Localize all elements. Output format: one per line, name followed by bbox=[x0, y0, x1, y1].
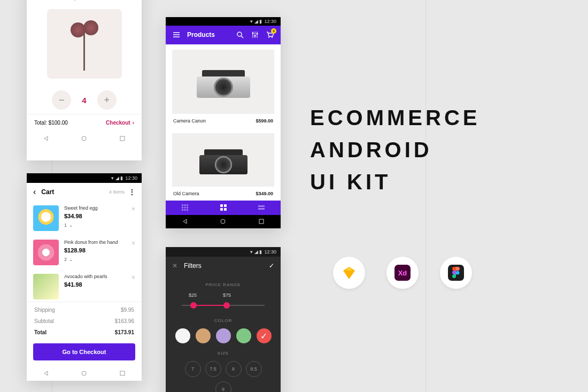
product-card[interactable]: Camera Canon$599.00 bbox=[172, 50, 274, 128]
product-name: Old Camera bbox=[173, 191, 199, 196]
color-tan[interactable] bbox=[196, 328, 211, 343]
xd-icon: Xd bbox=[386, 257, 419, 289]
svg-rect-4 bbox=[120, 136, 125, 141]
product-image bbox=[47, 9, 122, 79]
more-icon[interactable]: ⋮ bbox=[129, 188, 135, 196]
shipping-value: $9.95 bbox=[121, 307, 134, 313]
svg-rect-15 bbox=[184, 207, 185, 209]
svg-rect-17 bbox=[182, 209, 183, 211]
grid-3-tab[interactable] bbox=[166, 201, 204, 215]
svg-point-28 bbox=[82, 371, 86, 375]
remove-item-button[interactable]: × bbox=[131, 274, 135, 299]
android-nav-bar bbox=[166, 215, 281, 228]
item-price: $128.98 bbox=[64, 247, 126, 253]
item-name: Pink donut from the hand bbox=[64, 240, 126, 246]
search-icon[interactable] bbox=[236, 30, 244, 39]
android-nav-bar bbox=[27, 131, 142, 146]
product-name: Camera Canon bbox=[173, 118, 206, 124]
remove-item-button[interactable]: × bbox=[131, 205, 135, 231]
svg-rect-22 bbox=[220, 208, 223, 211]
color-purple[interactable] bbox=[216, 328, 231, 343]
svg-rect-23 bbox=[224, 208, 227, 211]
item-name: Sweet fried egg bbox=[64, 205, 126, 212]
item-qty-select[interactable]: 2⌄ bbox=[64, 257, 126, 262]
svg-rect-27 bbox=[259, 219, 264, 224]
hero-title: ECOMMERCE ANDROID UI KIT bbox=[310, 102, 480, 198]
item-name: Avocado with pearls bbox=[64, 274, 126, 280]
cart-item: Pink donut from the hand $128.98 2⌄ × bbox=[27, 235, 142, 270]
nav-recent-icon[interactable] bbox=[258, 218, 265, 225]
shipping-label: Shipping bbox=[34, 307, 55, 313]
qty-plus-button[interactable]: + bbox=[97, 90, 117, 110]
svg-rect-16 bbox=[187, 207, 188, 209]
figma-icon bbox=[440, 257, 472, 289]
svg-rect-20 bbox=[220, 204, 223, 207]
cart-icon[interactable]: 3 bbox=[266, 30, 274, 39]
svg-point-7 bbox=[254, 35, 256, 37]
nav-home-icon[interactable] bbox=[220, 218, 226, 225]
svg-rect-25 bbox=[258, 208, 265, 210]
color-green[interactable] bbox=[236, 328, 251, 343]
svg-point-9 bbox=[268, 37, 269, 38]
chevron-down-icon: ⌄ bbox=[69, 257, 73, 262]
nav-home-icon[interactable] bbox=[81, 370, 87, 376]
product-card[interactable]: Old Camera$349.00 bbox=[172, 133, 274, 201]
svg-rect-12 bbox=[184, 204, 185, 206]
status-bar: ▾ ◢ ▮ 12:30 bbox=[27, 173, 142, 183]
filters-title: Filters bbox=[184, 262, 269, 270]
filters-screen: ▾ ◢ ▮ 12:30 ✕ Filters ✓ PRICE RANGE $25$… bbox=[166, 247, 281, 392]
nav-recent-icon[interactable] bbox=[119, 370, 126, 376]
nav-recent-icon[interactable] bbox=[119, 135, 126, 142]
size-option[interactable]: 7 bbox=[185, 361, 201, 377]
go-to-checkout-button[interactable]: Go to Checkout bbox=[33, 343, 135, 360]
checkout-link[interactable]: Checkout› bbox=[106, 120, 134, 126]
size-option[interactable]: 8 bbox=[226, 361, 242, 377]
item-qty-select[interactable]: 1⌄ bbox=[64, 222, 126, 228]
hero-line-2: ANDROID bbox=[310, 134, 480, 166]
nav-back-icon[interactable] bbox=[182, 218, 188, 225]
svg-point-2 bbox=[456, 271, 460, 275]
menu-icon[interactable] bbox=[172, 30, 181, 39]
item-thumb bbox=[33, 205, 59, 231]
view-mode-tabs bbox=[166, 201, 281, 215]
cart-count: 4 items bbox=[109, 189, 125, 195]
nav-back-icon[interactable] bbox=[43, 370, 49, 376]
item-thumb bbox=[33, 274, 59, 299]
svg-point-10 bbox=[272, 37, 273, 38]
grid-2-tab[interactable] bbox=[204, 201, 243, 215]
product-price: $25.00 bbox=[27, 0, 142, 2]
filter-icon[interactable] bbox=[251, 30, 259, 39]
cart-item: Avocado with pearls $41.98 × bbox=[27, 270, 142, 301]
subtotal-label: Subtotal bbox=[34, 318, 54, 324]
size-option[interactable]: 7.5 bbox=[205, 361, 221, 377]
color-red[interactable]: ✓ bbox=[257, 328, 272, 343]
cart-badge: 3 bbox=[271, 28, 276, 34]
svg-rect-21 bbox=[224, 204, 227, 207]
price-max: $75 bbox=[223, 293, 231, 298]
color-white[interactable] bbox=[175, 328, 190, 343]
nav-back-icon[interactable] bbox=[43, 135, 49, 142]
price-slider[interactable] bbox=[182, 300, 265, 311]
size-option[interactable]: 8.5 bbox=[246, 361, 262, 377]
svg-point-3 bbox=[82, 136, 86, 141]
list-tab[interactable] bbox=[242, 201, 281, 215]
android-nav-bar bbox=[27, 366, 142, 381]
total-label: Total bbox=[34, 329, 47, 335]
color-label: COLOR bbox=[166, 318, 281, 323]
item-price: $34.98 bbox=[64, 213, 126, 219]
price-min: $25 bbox=[189, 293, 197, 298]
back-icon[interactable]: ‹ bbox=[33, 187, 36, 197]
qty-minus-button[interactable]: − bbox=[52, 90, 71, 110]
remove-item-button[interactable]: × bbox=[131, 240, 135, 265]
qty-value: 4 bbox=[82, 96, 86, 105]
chevron-right-icon: › bbox=[133, 120, 134, 126]
close-icon[interactable]: ✕ bbox=[172, 262, 177, 270]
cart-title: Cart bbox=[41, 188, 109, 196]
size-label: SIZE bbox=[166, 351, 281, 356]
svg-point-8 bbox=[257, 33, 258, 35]
nav-home-icon[interactable] bbox=[81, 135, 87, 142]
size-option[interactable]: 9 bbox=[215, 381, 231, 392]
apply-icon[interactable]: ✓ bbox=[269, 262, 274, 270]
products-list-screen: ▾ ◢ ▮ 12:30 Products 3 Camera Canon$599.… bbox=[166, 17, 281, 228]
status-bar: ▾ ◢ ▮ 12:30 bbox=[166, 17, 281, 26]
